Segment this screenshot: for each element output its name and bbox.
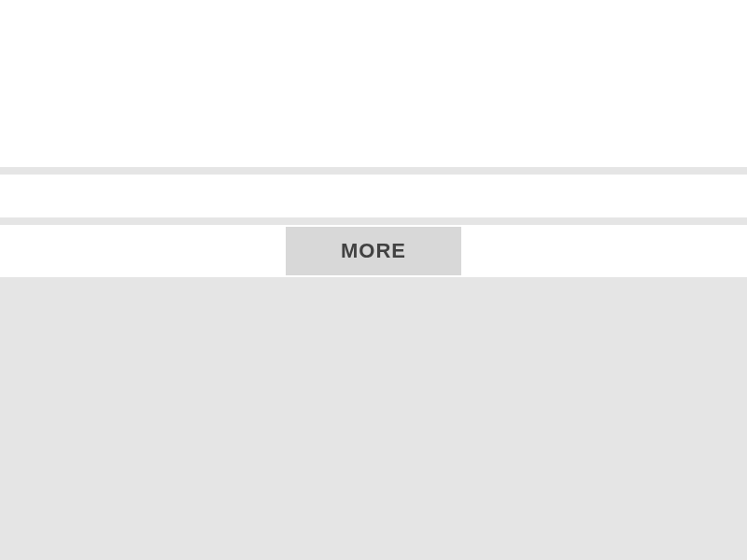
more-label: MORE (341, 239, 406, 263)
divider (0, 167, 747, 175)
white-bar (0, 175, 747, 217)
top-blank-area (0, 0, 747, 167)
more-button[interactable]: MORE (286, 227, 461, 275)
more-row: MORE (0, 225, 747, 277)
bottom-area (0, 277, 747, 560)
divider (0, 217, 747, 225)
